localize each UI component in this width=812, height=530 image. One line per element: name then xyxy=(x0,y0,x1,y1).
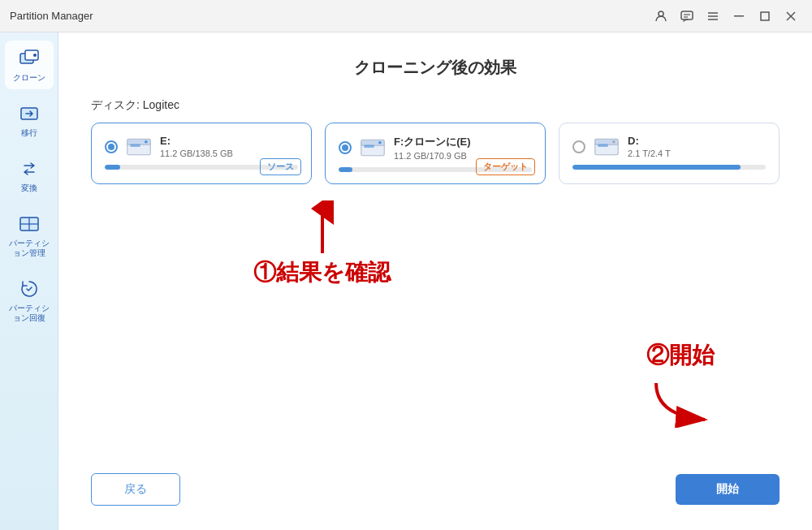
arrow-down-right-icon xyxy=(648,379,713,428)
menu-icon-btn[interactable] xyxy=(702,5,724,28)
minimize-btn[interactable] xyxy=(728,5,750,28)
clone-icon xyxy=(18,47,41,70)
disk-card-f-header: F:クローンに(E) 11.2 GB/170.9 GB xyxy=(339,135,532,161)
disk-card-e-header: E: 11.2 GB/138.5 GB xyxy=(105,135,298,158)
disk-card-e-tag: ソース xyxy=(260,158,301,175)
svg-point-28 xyxy=(612,140,615,144)
svg-rect-8 xyxy=(761,12,769,20)
chat-icon-btn[interactable] xyxy=(676,5,698,28)
maximize-btn[interactable] xyxy=(754,5,776,28)
disk-card-e-progress-fill xyxy=(105,165,120,170)
svg-rect-1 xyxy=(681,11,693,19)
svg-rect-25 xyxy=(364,144,374,148)
disk-card-e-size: 11.2 GB/138.5 GB xyxy=(160,149,298,158)
window-controls xyxy=(650,5,802,28)
sidebar-item-convert[interactable]: 変換 xyxy=(5,151,54,200)
app-title: Partition Manager xyxy=(10,10,93,22)
sidebar-item-clone[interactable]: クローン xyxy=(5,41,54,89)
sidebar-clone-label: クローン xyxy=(13,73,45,83)
disk-card-d-name: D: xyxy=(628,135,766,147)
main-content: クローニング後の効果 ディスク: Logitec E: 11.2 GB/138.… xyxy=(58,32,812,530)
annotation-2-text: ②開始 xyxy=(646,340,715,371)
disk-card-e-info: E: 11.2 GB/138.5 GB xyxy=(160,135,298,158)
disk-card-d-radio[interactable] xyxy=(572,140,585,153)
disk-icon-f xyxy=(360,138,386,157)
annotation-1-text: ①結果を確認 xyxy=(253,257,391,288)
sidebar-item-partition-mgr[interactable]: パーティション管理 xyxy=(5,206,54,265)
disk-card-f-info: F:クローンに(E) 11.2 GB/170.9 GB xyxy=(394,135,532,161)
disk-card-d-progress-wrap xyxy=(572,165,766,170)
disk-card-f-radio[interactable] xyxy=(339,141,352,154)
sidebar-convert-label: 変換 xyxy=(21,183,37,193)
convert-icon xyxy=(18,157,41,180)
disk-card-f[interactable]: F:クローンに(E) 11.2 GB/170.9 GB ターゲット xyxy=(325,123,546,184)
svg-rect-7 xyxy=(734,15,744,17)
disk-cards: E: 11.2 GB/138.5 GB ソース xyxy=(91,123,780,184)
annotation-area: ①結果を確認 ②開始 xyxy=(91,200,780,460)
migrate-icon xyxy=(18,102,41,125)
svg-point-0 xyxy=(659,11,663,16)
svg-point-24 xyxy=(378,141,382,144)
titlebar: Partition Manager xyxy=(0,0,812,32)
disk-card-e[interactable]: E: 11.2 GB/138.5 GB ソース xyxy=(91,123,312,184)
back-button[interactable]: 戻る xyxy=(91,473,180,506)
svg-rect-21 xyxy=(130,144,140,147)
sidebar-partition-mgr-label: パーティション管理 xyxy=(8,239,50,258)
disk-icon-e xyxy=(126,137,152,157)
sidebar-migrate-label: 移行 xyxy=(21,128,37,138)
close-btn[interactable] xyxy=(780,5,802,28)
annotation-2: ②開始 xyxy=(646,340,715,428)
user-icon-btn[interactable] xyxy=(650,5,672,28)
partition-mgr-icon xyxy=(18,213,41,235)
svg-point-13 xyxy=(33,54,37,57)
footer-buttons: 戻る 開始 xyxy=(91,460,780,506)
disk-card-f-progress-fill xyxy=(339,167,352,172)
svg-point-20 xyxy=(145,140,148,144)
disk-card-e-radio[interactable] xyxy=(105,140,118,153)
page-title: クローニング後の効果 xyxy=(91,57,780,79)
annotation-1: ①結果を確認 xyxy=(253,200,391,288)
disk-card-f-name: F:クローンに(E) xyxy=(394,135,532,149)
sidebar-partition-recovery-label: パーティション回復 xyxy=(8,304,50,323)
disk-icon-d xyxy=(594,137,620,157)
disk-card-f-tag: ターゲット xyxy=(476,158,535,175)
disk-card-d-header: D: 2.1 T/2.4 T xyxy=(572,135,766,158)
disk-card-e-name: E: xyxy=(160,135,298,147)
partition-recovery-icon xyxy=(18,278,41,300)
disk-card-d[interactable]: D: 2.1 T/2.4 T xyxy=(559,123,780,184)
svg-rect-29 xyxy=(598,144,607,147)
disk-card-d-info: D: 2.1 T/2.4 T xyxy=(628,135,766,158)
arrow-up-icon xyxy=(302,200,343,257)
sidebar-item-migrate[interactable]: 移行 xyxy=(5,96,54,144)
disk-card-d-progress-fill xyxy=(572,165,741,170)
sidebar: クローン 移行 変換 パーティション管理 xyxy=(0,32,58,530)
sidebar-item-partition-recovery[interactable]: パーティション回復 xyxy=(5,271,54,330)
start-button[interactable]: 開始 xyxy=(676,474,780,505)
disk-card-d-size: 2.1 T/2.4 T xyxy=(628,149,766,158)
disk-label: ディスク: Logitec xyxy=(91,98,780,113)
